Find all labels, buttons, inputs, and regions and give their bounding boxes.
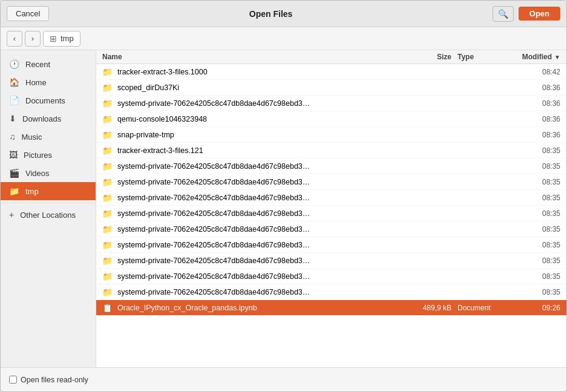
file-modified: 08:35 — [506, 288, 560, 296]
file-modified: 08:35 — [506, 178, 560, 186]
file-name: systemd-private-7062e4205c8c47db8dae4d67… — [117, 194, 403, 202]
forward-button[interactable]: › — [25, 31, 41, 47]
file-name: systemd-private-7062e4205c8c47db8dae4d67… — [117, 225, 403, 234]
file-area: Name Size Type Modified ▼ 📁tracker-extra… — [96, 50, 566, 367]
cancel-button[interactable]: Cancel — [7, 6, 49, 21]
folder-icon: 📁 — [102, 240, 113, 250]
dialog-footer: Open files read-only — [1, 367, 566, 391]
file-modified: 08:42 — [506, 68, 560, 76]
file-name: systemd-private-7062e4205c8c47db8dae4d67… — [117, 241, 403, 249]
back-button[interactable]: ‹ — [7, 31, 22, 47]
sidebar-item-videos[interactable]: 🎬 Videos — [1, 164, 96, 182]
table-row[interactable]: 📁snap-private-tmp08:36 — [96, 127, 566, 143]
open-button[interactable]: Open — [519, 7, 560, 21]
sidebar-item-downloads[interactable]: ⬇ Downloads — [1, 109, 96, 128]
header-actions: 🔍 Open — [493, 6, 560, 22]
table-row[interactable]: 📁systemd-private-7062e4205c8c47db8dae4d6… — [96, 158, 566, 174]
path-display: ⊞ tmp — [43, 31, 80, 47]
table-row[interactable]: 📁scoped_dirDu37Ki08:36 — [96, 80, 566, 96]
file-name: qemu-console1046323948 — [117, 115, 403, 123]
table-row[interactable]: 📁systemd-private-7062e4205c8c47db8dae4d6… — [96, 206, 566, 221]
file-modified: 08:35 — [506, 241, 560, 249]
file-modified: 09:26 — [506, 304, 560, 312]
file-modified: 08:35 — [506, 272, 560, 281]
folder-icon: 📁 — [102, 209, 113, 218]
table-row[interactable]: 📁systemd-private-7062e4205c8c47db8dae4d6… — [96, 237, 566, 253]
videos-icon: 🎬 — [9, 168, 19, 178]
sidebar-item-home[interactable]: 🏠 Home — [1, 73, 96, 91]
file-modified: 08:35 — [506, 162, 560, 171]
file-table-header: Name Size Type Modified ▼ — [96, 50, 566, 64]
folder-icon: 📁 — [102, 67, 113, 77]
other-locations-icon: + — [9, 210, 14, 220]
sidebar-separator — [1, 203, 96, 203]
sidebar-item-documents-label: Documents — [25, 96, 65, 105]
path-folder-icon: ⊞ — [50, 34, 57, 44]
folder-icon: 📁 — [102, 130, 113, 140]
table-row[interactable]: 📁systemd-private-7062e4205c8c47db8dae4d6… — [96, 269, 566, 284]
file-name: systemd-private-7062e4205c8c47db8dae4d67… — [117, 256, 403, 265]
file-name: scoped_dirDu37Ki — [117, 83, 403, 92]
sidebar-item-downloads-label: Downloads — [22, 114, 61, 123]
file-modified: 08:36 — [506, 115, 560, 123]
sidebar-item-recent[interactable]: 🕐 Recent — [1, 55, 96, 73]
pictures-icon: 🖼 — [9, 150, 18, 160]
sidebar-item-music[interactable]: ♫ Music — [1, 128, 96, 146]
folder-icon: 📁 — [102, 162, 113, 171]
table-row[interactable]: 📁systemd-private-7062e4205c8c47db8dae4d6… — [96, 96, 566, 111]
column-type[interactable]: Type — [451, 53, 506, 61]
tmp-icon: 📁 — [9, 186, 19, 196]
file-modified: 08:36 — [506, 83, 560, 92]
search-button[interactable]: 🔍 — [493, 6, 514, 22]
column-name[interactable]: Name — [102, 53, 403, 61]
table-row[interactable]: 📁systemd-private-7062e4205c8c47db8dae4d6… — [96, 284, 566, 300]
folder-icon: 📁 — [102, 256, 113, 266]
column-size[interactable]: Size — [403, 53, 451, 61]
read-only-text: Open files read-only — [21, 376, 88, 384]
sidebar-item-music-label: Music — [22, 132, 42, 142]
table-row[interactable]: 📁systemd-private-7062e4205c8c47db8dae4d6… — [96, 253, 566, 269]
table-row[interactable]: 📁tracker-extract-3-files.100008:42 — [96, 64, 566, 80]
folder-icon: 📁 — [102, 83, 113, 93]
file-name: systemd-private-7062e4205c8c47db8dae4d67… — [117, 288, 403, 296]
table-row[interactable]: 📋Oracle_IPython_cx_Oracle_pandas.ipynb48… — [96, 300, 566, 316]
table-row[interactable]: 📁tracker-extract-3-files.12108:35 — [96, 143, 566, 158]
sort-icon: ▼ — [554, 54, 560, 60]
sidebar-item-documents[interactable]: 📄 Documents — [1, 91, 96, 109]
file-name: systemd-private-7062e4205c8c47db8dae4d67… — [117, 99, 403, 108]
sidebar-item-pictures[interactable]: 🖼 Pictures — [1, 146, 96, 164]
folder-icon: 📁 — [102, 287, 113, 297]
sidebar-item-home-label: Home — [25, 78, 47, 87]
table-row[interactable]: 📁systemd-private-7062e4205c8c47db8dae4d6… — [96, 174, 566, 190]
document-icon: 📋 — [102, 303, 113, 313]
sidebar-item-tmp-label: tmp — [25, 187, 39, 196]
folder-icon: 📁 — [102, 193, 113, 203]
file-name: systemd-private-7062e4205c8c47db8dae4d67… — [117, 162, 403, 171]
file-modified: 08:35 — [506, 194, 560, 202]
folder-icon: 📁 — [102, 224, 113, 234]
file-modified: 08:35 — [506, 256, 560, 265]
read-only-checkbox[interactable] — [9, 376, 17, 384]
dialog-body: 🕐 Recent 🏠 Home 📄 Documents ⬇ Downloads … — [1, 50, 566, 367]
file-modified: 08:36 — [506, 131, 560, 139]
file-modified: 08:35 — [506, 225, 560, 234]
folder-icon: 📁 — [102, 114, 113, 124]
column-modified[interactable]: Modified ▼ — [506, 53, 560, 61]
dialog-header: Cancel Open Files 🔍 Open — [1, 1, 566, 27]
sidebar-item-tmp[interactable]: 📁 tmp — [1, 182, 96, 200]
file-name: systemd-private-7062e4205c8c47db8dae4d67… — [117, 272, 403, 281]
home-icon: 🏠 — [9, 77, 19, 87]
sidebar-item-recent-label: Recent — [25, 60, 50, 69]
table-row[interactable]: 📁systemd-private-7062e4205c8c47db8dae4d6… — [96, 190, 566, 206]
folder-icon: 📁 — [102, 177, 113, 187]
current-path-label: tmp — [61, 34, 74, 43]
folder-icon: 📁 — [102, 99, 113, 108]
recent-icon: 🕐 — [9, 59, 19, 69]
table-row[interactable]: 📁qemu-console104632394808:36 — [96, 111, 566, 127]
table-row[interactable]: 📁systemd-private-7062e4205c8c47db8dae4d6… — [96, 221, 566, 237]
read-only-label[interactable]: Open files read-only — [9, 376, 88, 384]
file-modified: 08:35 — [506, 209, 560, 218]
music-icon: ♫ — [9, 132, 16, 142]
file-type: Document — [451, 304, 506, 312]
sidebar-item-other-locations[interactable]: + Other Locations — [1, 206, 96, 224]
